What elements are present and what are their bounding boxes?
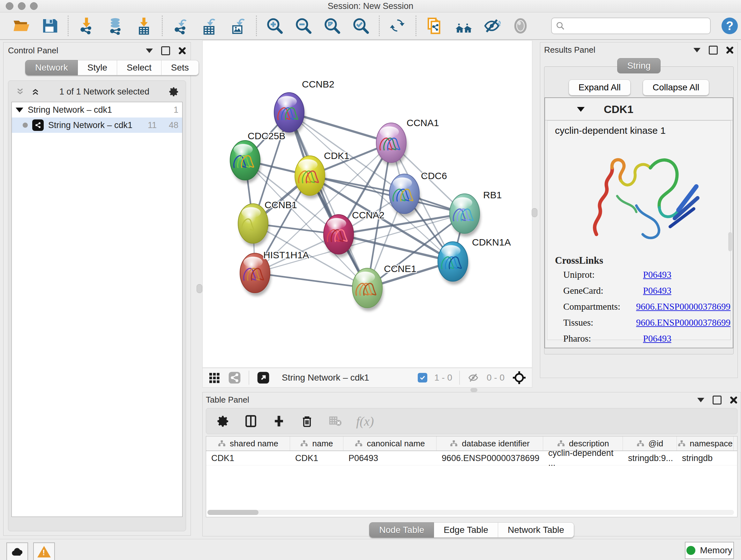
node-CCNB1[interactable] [238,204,269,246]
memory-button[interactable]: Memory [685,542,734,559]
edge-CCNE1-HIST1H1A[interactable] [255,273,367,288]
column-header-canonical-name[interactable]: canonical name [343,436,436,450]
network-collection-row[interactable]: String Network – cdk1 1 [12,102,182,118]
table-cell[interactable]: CDK1 [290,451,343,465]
node-RB1[interactable] [450,194,481,237]
column-header-shared-name[interactable]: shared name [206,436,290,450]
table-cell[interactable]: 9606.ENSP00000378699 [436,451,543,465]
table-cell[interactable]: P06493 [343,451,436,465]
float-panel-icon[interactable] [161,46,170,55]
horizontal-splitter[interactable] [202,388,741,392]
network-canvas[interactable]: CCNB2CCNA1CDC25BCDK1CDC6RB1CCNB1CCNA2CDK… [202,40,532,368]
search-input[interactable] [565,21,706,31]
left-splitter-handle[interactable] [197,284,202,293]
collapse-all-icon[interactable] [15,87,25,97]
hide-selected-button[interactable] [482,16,501,36]
help-button[interactable]: ? [722,17,738,34]
export-network-button[interactable] [171,16,190,36]
close-panel-icon[interactable] [730,396,738,404]
node-table[interactable]: shared namenamecanonical namedatabase id… [206,436,738,517]
clone-network-button[interactable] [425,16,444,36]
delete-column-trash-icon[interactable] [300,414,314,428]
tab-select[interactable]: Select [117,60,161,75]
node-CDK1[interactable] [295,156,326,199]
node-CCNE1[interactable] [352,268,383,311]
zoom-out-button[interactable] [294,16,313,36]
node-CDC6[interactable] [389,174,420,217]
node-result-header[interactable]: CDK1 [545,98,733,120]
node-CCNB2[interactable] [274,92,305,135]
apply-layout-button[interactable] [388,16,407,36]
show-all-button[interactable] [511,16,530,36]
float-panel-icon[interactable] [709,46,718,55]
save-session-button[interactable] [40,16,59,36]
table-cell[interactable]: cyclin-dependent ... [543,451,623,465]
expand-all-icon[interactable] [30,87,41,97]
import-network-database-button[interactable] [106,16,125,36]
entry-collapse-icon[interactable] [577,107,585,112]
collection-expand-icon[interactable] [16,108,23,112]
import-network-file-button[interactable] [77,16,96,36]
node-CDKN1A[interactable] [438,242,469,285]
edge-CCNB2-CCNE1[interactable] [289,112,367,288]
open-file-button[interactable] [11,16,30,36]
expand-all-button[interactable]: Expand All [569,79,630,96]
tab-edge-table[interactable]: Edge Table [434,522,498,538]
show-columns-icon[interactable] [244,414,258,428]
search-box[interactable] [551,17,711,34]
column-header-database-identifier[interactable]: database identifier [436,436,543,450]
string-network-icon[interactable] [227,371,242,385]
tab-node-table[interactable]: Node Table [369,522,434,538]
import-table-button[interactable] [134,16,153,36]
network-graph[interactable]: CCNB2CCNA1CDC25BCDK1CDC6RB1CCNB1CCNA2CDK… [203,41,532,368]
zoom-selected-button[interactable] [351,16,370,36]
table-cell[interactable]: stringdb:9... [623,451,677,465]
crosslink-link[interactable]: 9606.ENSP00000378699 [636,317,731,328]
column-header--id[interactable]: @id [623,436,677,450]
right-splitter-handle[interactable] [532,208,537,217]
close-panel-icon[interactable] [179,47,186,55]
tab-sets[interactable]: Sets [161,60,199,75]
crosslink-link[interactable]: P06493 [643,286,671,296]
node-CCNA2[interactable] [324,214,354,257]
tab-network-table[interactable]: Network Table [498,522,574,538]
results-scrollbar[interactable] [728,232,732,251]
network-options-gear-icon[interactable] [168,86,179,98]
title-bar: Session: New Session [0,0,741,12]
panel-menu-icon[interactable] [146,49,153,53]
create-column-plus-icon[interactable] [272,414,286,428]
tab-network[interactable]: Network [25,60,78,75]
tab-style[interactable]: Style [78,60,117,75]
birdseye-view-icon[interactable] [256,371,270,385]
column-header-name[interactable]: name [290,436,343,450]
scrollbar-thumb[interactable] [207,510,259,515]
cloud-status-button[interactable] [6,543,28,560]
crosslink-link[interactable]: P06493 [643,333,671,344]
warning-status-button[interactable] [33,543,55,560]
export-image-button[interactable] [228,16,248,36]
node-CDC25B[interactable] [230,140,261,183]
zoom-fit-button[interactable] [323,16,342,36]
column-header-namespace[interactable]: namespace [677,436,734,450]
collapse-all-button[interactable]: Collapse All [643,79,709,96]
float-panel-icon[interactable] [713,395,722,405]
splitter-grip[interactable] [470,388,477,392]
table-horizontal-scrollbar[interactable] [207,510,734,515]
zoom-in-button[interactable] [265,16,284,36]
grid-view-icon[interactable] [208,371,220,384]
crosslink-link[interactable]: 9606.ENSP00000378699 [636,301,731,312]
string-home-button[interactable] [454,16,473,36]
network-row-selected[interactable]: String Network – cdk1 11 48 [12,118,182,133]
selected-checkbox-icon[interactable] [418,373,427,382]
close-panel-icon[interactable] [726,46,734,54]
panel-menu-icon[interactable] [693,48,700,52]
export-table-button[interactable] [200,16,219,36]
table-options-gear-icon[interactable] [216,414,230,428]
table-cell[interactable]: CDK1 [206,451,290,465]
table-row[interactable]: CDK1CDK1P064939606.ENSP00000378699cyclin… [206,451,737,465]
panel-menu-icon[interactable] [697,398,704,402]
tab-string[interactable]: String [617,58,660,73]
table-cell[interactable]: stringdb [677,451,734,465]
crosslink-link[interactable]: P06493 [643,269,671,280]
fit-selected-crosshair-icon[interactable] [512,370,527,385]
